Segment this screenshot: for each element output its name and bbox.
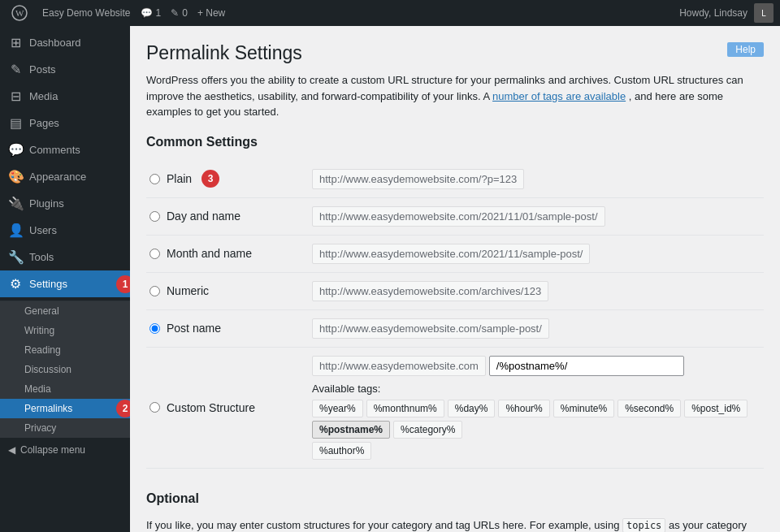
- table-row: Numeric http://www.easydemowebsite.com/a…: [146, 272, 764, 309]
- custom-structure-row: http://www.easydemowebsite.com: [312, 356, 760, 376]
- sidebar-item-pages[interactable]: ▤ Pages: [0, 110, 130, 136]
- month-name-radio[interactable]: [150, 249, 160, 259]
- topics-code: topics: [622, 518, 665, 533]
- sidebar-item-settings[interactable]: ⚙ Settings 1: [0, 270, 130, 297]
- common-settings-title: Common Settings: [146, 135, 764, 149]
- sidebar-item-posts[interactable]: ✎ Posts: [0, 56, 130, 83]
- month-name-url: http://www.easydemowebsite.com/2021/11/s…: [312, 244, 590, 264]
- plain-radio[interactable]: [150, 174, 160, 184]
- plugins-icon: 🔌: [8, 196, 23, 211]
- sidebar-item-media[interactable]: ⊟ Media: [0, 83, 130, 110]
- media-icon: ⊟: [8, 89, 23, 104]
- tag-day[interactable]: %day%: [448, 400, 496, 417]
- posts-icon: ✎: [8, 62, 23, 77]
- table-row: Day and name http://www.easydemowebsite.…: [146, 197, 764, 235]
- collapse-arrow-icon: ◀: [8, 444, 15, 456]
- admin-bar-right: Howdy, Lindsay L: [679, 3, 774, 23]
- dashboard-icon: ⊞: [8, 35, 23, 50]
- tags-link[interactable]: number of tags are available: [492, 90, 626, 102]
- table-row: Month and name http://www.easydemowebsit…: [146, 235, 764, 272]
- sidebar-item-label: Dashboard: [29, 37, 81, 49]
- wp-body: ⊞ Dashboard ✎ Posts ⊟ Media ▤ Pages: [0, 26, 780, 532]
- submenu-item-permalinks[interactable]: Permalinks 2: [0, 399, 130, 418]
- tag-hour[interactable]: %hour%: [498, 400, 549, 417]
- submenu-item-reading[interactable]: Reading: [0, 340, 130, 360]
- sidebar-item-tools[interactable]: 🔧 Tools: [0, 244, 130, 270]
- submenu-item-general[interactable]: General: [0, 301, 130, 321]
- month-name-radio-label[interactable]: Month and name: [150, 247, 306, 260]
- available-tags-section: Available tags: %year% %monthnum% %day% …: [312, 383, 760, 460]
- day-name-url: http://www.easydemowebsite.com/2021/11/0…: [312, 206, 605, 227]
- new-bar-item[interactable]: + New: [197, 7, 225, 19]
- appearance-icon: 🎨: [8, 169, 23, 184]
- optional-title: Optional: [146, 491, 764, 506]
- comments-icon: 💬: [8, 142, 23, 158]
- optional-desc: If you like, you may enter custom struct…: [146, 517, 764, 533]
- submenu-item-discussion[interactable]: Discussion: [0, 360, 130, 379]
- annotation-1: 1: [116, 275, 130, 293]
- sidebar-item-dashboard[interactable]: ⊞ Dashboard: [0, 29, 130, 56]
- intro-text: WordPress offers you the ability to crea…: [146, 72, 764, 120]
- help-button[interactable]: Help: [727, 42, 764, 57]
- sidebar-section-main: ⊞ Dashboard ✎ Posts ⊟ Media ▤ Pages: [0, 26, 130, 301]
- sidebar-item-label: Plugins: [29, 197, 64, 210]
- tag-author[interactable]: %author%: [312, 442, 371, 460]
- submenu-item-privacy[interactable]: Privacy: [0, 418, 130, 438]
- comments-bar-item[interactable]: 💬 1: [141, 7, 162, 19]
- site-name[interactable]: Easy Demo Website: [42, 7, 131, 19]
- tag-postname[interactable]: %postname%: [312, 421, 390, 439]
- annotation-2: 2: [116, 400, 130, 417]
- sidebar-item-plugins[interactable]: 🔌 Plugins: [0, 190, 130, 217]
- submenu-item-writing[interactable]: Writing: [0, 321, 130, 340]
- sidebar-item-label: Pages: [29, 117, 59, 129]
- tag-year[interactable]: %year%: [312, 400, 363, 417]
- main-content: Help Permalink Settings WordPress offers…: [130, 26, 780, 532]
- admin-bar: W Easy Demo Website 💬 1 ✎ 0 + New Howdy,…: [0, 0, 780, 26]
- sidebar-item-users[interactable]: 👤 Users: [0, 217, 130, 244]
- tools-icon: 🔧: [8, 249, 23, 265]
- sidebar-item-label: Appearance: [29, 171, 86, 183]
- app-container: W Easy Demo Website 💬 1 ✎ 0 + New Howdy,…: [0, 0, 780, 532]
- pages-icon: ▤: [8, 115, 23, 131]
- custom-structure-radio-label[interactable]: Custom Structure: [150, 401, 306, 414]
- sidebar-item-comments[interactable]: 💬 Comments: [0, 136, 130, 163]
- annotation-3: 3: [202, 170, 219, 188]
- day-name-radio[interactable]: [150, 211, 160, 222]
- permalink-options-table: Plain 3 http://www.easydemowebsite.com/?…: [146, 161, 764, 469]
- howdy-text: Howdy, Lindsay: [679, 7, 748, 19]
- submenu-item-media-settings[interactable]: Media: [0, 379, 130, 399]
- sidebar-item-appearance[interactable]: 🎨 Appearance: [0, 163, 130, 190]
- users-icon: 👤: [8, 223, 23, 238]
- optional-section: Optional If you like, you may enter cust…: [146, 491, 764, 533]
- page-title: Permalink Settings: [146, 42, 764, 64]
- post-name-radio-label[interactable]: Post name: [150, 322, 306, 335]
- tag-second[interactable]: %second%: [618, 400, 681, 417]
- sidebar-item-label: Settings: [29, 278, 67, 290]
- sidebar-item-label: Media: [29, 90, 58, 102]
- day-name-radio-label[interactable]: Day and name: [150, 210, 306, 223]
- post-name-url: http://www.easydemowebsite.com/sample-po…: [312, 318, 549, 339]
- available-tags-label: Available tags:: [312, 383, 760, 395]
- post-name-radio[interactable]: [150, 323, 160, 334]
- table-row: Plain 3 http://www.easydemowebsite.com/?…: [146, 161, 764, 198]
- sidebar-item-label: Posts: [29, 63, 56, 76]
- table-row: Custom Structure http://www.easydemowebs…: [146, 347, 764, 468]
- numeric-radio-label[interactable]: Numeric: [150, 284, 306, 297]
- tag-category[interactable]: %category%: [393, 421, 462, 439]
- custom-structure-radio[interactable]: [150, 402, 160, 413]
- tag-monthnum[interactable]: %monthnum%: [366, 400, 444, 417]
- tag-minute[interactable]: %minute%: [553, 400, 614, 417]
- sidebar-item-label: Comments: [29, 144, 80, 156]
- custom-structure-input[interactable]: [489, 356, 684, 376]
- plain-radio-label[interactable]: Plain 3: [150, 170, 306, 188]
- numeric-radio[interactable]: [150, 286, 160, 296]
- sidebar-menu: ⊞ Dashboard ✎ Posts ⊟ Media ▤ Pages: [0, 26, 130, 438]
- custom-base-url: http://www.easydemowebsite.com: [312, 356, 486, 376]
- svg-text:W: W: [15, 8, 24, 18]
- tags-list-row2: %author%: [312, 442, 760, 460]
- tag-post-id[interactable]: %post_id%: [684, 400, 748, 417]
- more-bar-item[interactable]: ✎ 0: [171, 7, 188, 19]
- collapse-menu[interactable]: ◀ Collapse menu: [0, 438, 130, 462]
- plain-url: http://www.easydemowebsite.com/?p=123: [312, 169, 524, 189]
- sidebar-item-label: Users: [29, 224, 57, 236]
